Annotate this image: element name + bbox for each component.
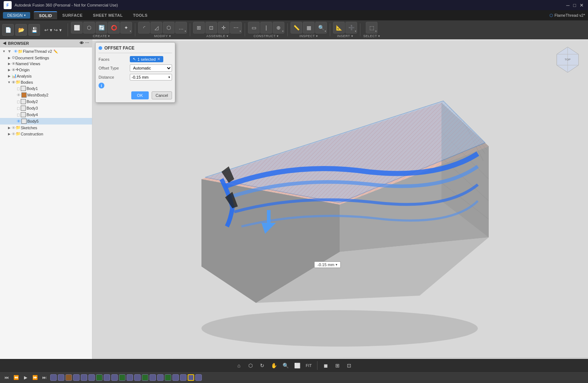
fit-btn[interactable]: FIT — [304, 361, 313, 370]
faces-clear-btn[interactable]: ✕ — [157, 57, 160, 62]
tree-item-doc-settings[interactable]: ▶ ⚙ Document Settings — [0, 55, 92, 61]
select-more-btn[interactable]: ⬚ — [366, 22, 377, 33]
body3-vis-icon[interactable]: ◻ — [17, 106, 20, 111]
tree-item-meshbody2[interactable]: 👁 MeshBody2 — [0, 92, 92, 98]
tree-item-body2[interactable]: ◻ Body2 — [0, 98, 92, 105]
mesh-vis-icon[interactable]: 👁 — [17, 93, 21, 97]
tab-sheet-metal[interactable]: SHEET METAL — [88, 12, 128, 19]
insert-svg-btn[interactable]: 📐 — [333, 22, 345, 33]
modify-chamfer-btn[interactable]: ◿ — [151, 22, 162, 33]
browser-options-btn[interactable]: ⋯ — [85, 41, 89, 46]
distance-input[interactable]: -0.15 mm ▾ — [130, 74, 172, 80]
distance-unit-arrow[interactable]: ▾ — [336, 263, 337, 266]
save-btn[interactable]: 💾 — [28, 24, 40, 36]
design-dropdown[interactable]: DESIGN — [3, 12, 30, 19]
tree-item-named-views[interactable]: ▶ 👁 Named Views — [0, 61, 92, 67]
inspect-more-btn[interactable]: 🔍 — [315, 22, 327, 33]
bodies-vis-icon[interactable]: 👁 — [12, 80, 16, 84]
construct-more-btn[interactable]: ⊕ — [273, 22, 284, 33]
new-file-btn[interactable]: 📄 — [2, 24, 14, 36]
redo-arrow[interactable]: ▾ — [59, 27, 62, 33]
display-more-btn[interactable]: ⊡ — [344, 361, 354, 370]
tl-dot-3[interactable] — [73, 374, 80, 381]
browser-visibility-btn[interactable]: 👁 — [80, 41, 84, 46]
minimize-btn[interactable]: ─ — [565, 2, 570, 9]
tl-prev-btn[interactable]: ⏪ — [12, 374, 20, 381]
tree-item-body4[interactable]: ◻ Body4 — [0, 111, 92, 118]
tree-item-construction[interactable]: ▶ 👁 📁 Construction — [0, 131, 92, 137]
inspect-section-btn[interactable]: ▦ — [303, 22, 315, 33]
body4-vis-icon[interactable]: ◻ — [17, 112, 20, 117]
inspect-measure-btn[interactable]: 📏 — [291, 22, 302, 33]
tl-dot-18[interactable] — [188, 374, 194, 381]
redo-btn[interactable]: ↪ — [54, 27, 58, 33]
undo-arrow[interactable]: ▾ — [50, 27, 52, 33]
tree-item-body3[interactable]: ◻ Body3 — [0, 105, 92, 111]
construct-axis-btn[interactable]: | — [260, 22, 272, 33]
tl-play-btn[interactable]: ▶ — [22, 374, 29, 381]
tree-item-bodies[interactable]: ▼ 👁 📁 Bodies — [0, 79, 92, 85]
body1-vis-icon[interactable]: ◻ — [17, 86, 20, 91]
tree-item-analysis[interactable]: ▶ 📊 Analysis — [0, 73, 92, 79]
tl-dot-12[interactable] — [142, 374, 148, 381]
tl-dot-19[interactable] — [195, 374, 202, 381]
tl-dot-16[interactable] — [172, 374, 179, 381]
modify-fillet-btn[interactable]: ◜ — [138, 22, 150, 33]
create-extrude-btn[interactable]: ⬡ — [83, 22, 95, 33]
assemble-btn1[interactable]: ⊞ — [193, 22, 205, 33]
tl-dot-17[interactable] — [180, 374, 187, 381]
tl-last-btn[interactable]: ⏭ — [41, 374, 48, 381]
modify-shell-btn[interactable]: ⬡ — [163, 22, 175, 33]
zoom-window-btn[interactable]: ⬜ — [292, 361, 302, 370]
display-mode-btn[interactable]: ◼ — [321, 361, 331, 370]
tree-item-sketches[interactable]: ▶ 👁 📁 Sketches — [0, 125, 92, 131]
tl-next-btn[interactable]: ⏩ — [31, 374, 39, 381]
create-sphere-btn[interactable]: ⭕ — [108, 22, 120, 33]
distance-label[interactable]: -0.15 mm ▾ — [314, 261, 341, 268]
tree-item-body1[interactable]: ◻ Body1 — [0, 85, 92, 92]
maximize-btn[interactable]: □ — [572, 2, 577, 9]
tl-dot-4[interactable] — [81, 374, 87, 381]
open-btn[interactable]: 📂 — [15, 24, 27, 36]
tl-dot-11[interactable] — [134, 374, 141, 381]
undo-btn[interactable]: ↩ — [44, 27, 48, 33]
faces-selected-badge[interactable]: ↖ 1 selected ✕ — [130, 56, 163, 62]
tl-dot-6[interactable] — [96, 374, 103, 381]
tree-item-root[interactable]: ▼ ▼ 👁 📁 FlameThread v2 ✏️ — [0, 48, 92, 55]
construction-vis-icon[interactable]: 👁 — [12, 132, 16, 136]
create-more-btn[interactable]: ✦ — [120, 22, 132, 33]
root-visibility-icon[interactable]: 👁 — [14, 49, 18, 54]
tl-dot-0[interactable] — [50, 374, 57, 381]
tl-first-btn[interactable]: ⏮ — [3, 374, 10, 381]
tl-dot-1[interactable] — [58, 374, 64, 381]
tl-dot-10[interactable] — [127, 374, 133, 381]
pan-btn[interactable]: ✋ — [269, 361, 279, 370]
root-edit-icon[interactable]: ✏️ — [53, 50, 58, 54]
assemble-btn2[interactable]: ⊡ — [205, 22, 217, 33]
tl-dot-5[interactable] — [88, 374, 95, 381]
insert-more-btn[interactable]: ➕ — [345, 22, 357, 33]
tab-solid[interactable]: SOLID — [34, 11, 57, 19]
tl-dot-15[interactable] — [165, 374, 171, 381]
body5-vis-icon[interactable]: 👁 — [17, 119, 21, 123]
orbit-btn[interactable]: ↻ — [257, 361, 267, 370]
origin-vis-icon[interactable]: 👁 — [12, 68, 16, 72]
viewport[interactable]: -0.15 mm ▾ OFFSET FACE Faces ↖ 1 selecte… — [92, 39, 588, 359]
sketches-vis-icon[interactable]: 👁 — [12, 126, 16, 130]
browser-collapse-btn[interactable]: ◀ — [3, 41, 6, 46]
tl-dot-9[interactable] — [119, 374, 125, 381]
cancel-button[interactable]: Cancel — [152, 91, 172, 99]
assemble-move-btn[interactable]: ✛ — [218, 22, 229, 33]
assemble-more-btn[interactable]: ⋯ — [230, 22, 242, 33]
view-cube[interactable]: TOP — [553, 45, 582, 74]
tl-dot-8[interactable] — [111, 374, 118, 381]
tab-surface[interactable]: SURFACE — [57, 12, 88, 19]
tree-item-origin[interactable]: ▶ 👁 ✛ Origin — [0, 67, 92, 73]
offset-type-select[interactable]: Automatic Rigid Flexible — [130, 64, 172, 72]
construct-plane-btn[interactable]: ▭ — [248, 22, 260, 33]
view-cube-btn2[interactable]: ⬡ — [246, 361, 255, 370]
tab-tools[interactable]: TOOLS — [128, 12, 153, 19]
close-btn[interactable]: ✕ — [579, 2, 584, 9]
ok-button[interactable]: OK — [131, 91, 149, 99]
tl-dot-7[interactable] — [104, 374, 110, 381]
